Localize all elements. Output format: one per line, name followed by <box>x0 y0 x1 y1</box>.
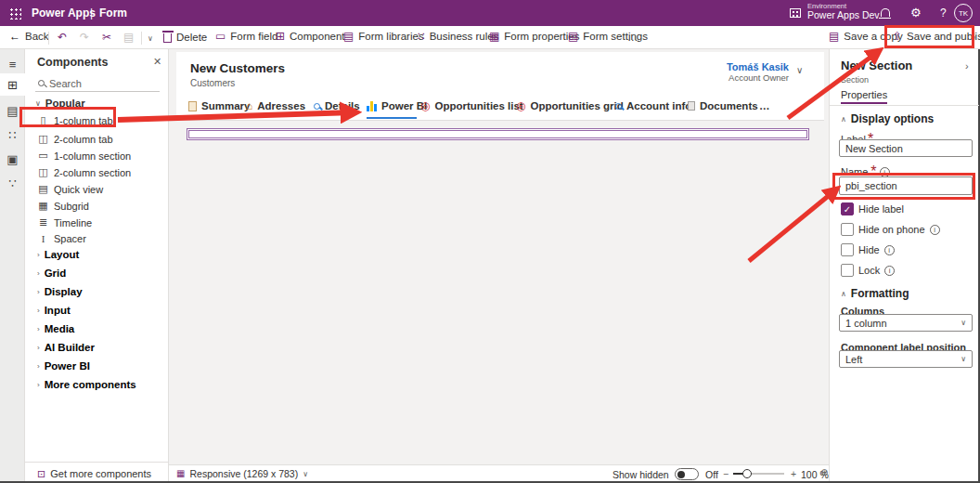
lock-checkbox[interactable]: Lock i <box>841 264 895 277</box>
app-title[interactable]: Power Apps <box>32 7 96 20</box>
zoom-in-button[interactable]: + <box>791 468 796 479</box>
tab-account-info[interactable]: Account info <box>615 100 691 111</box>
formatting-section-header[interactable]: ∧ Formatting <box>841 287 909 300</box>
rail-business-rules-icon[interactable]: ∵ <box>0 172 25 194</box>
tab-opportunities-list[interactable]: ◎ Opportunities list <box>420 100 523 111</box>
show-hidden-toggle[interactable] <box>675 468 699 480</box>
hamburger-menu-icon[interactable]: ≡ <box>0 53 25 75</box>
owner-chevron-down-icon[interactable]: ∨ <box>796 65 803 75</box>
group-more-components[interactable]: › More components <box>37 379 136 390</box>
notifications-bell-icon[interactable] <box>881 8 890 17</box>
rail-components-icon[interactable]: ⊞ <box>0 73 25 96</box>
form-title: New Customers <box>190 61 285 75</box>
tabs-overflow-button[interactable]: … <box>759 100 770 111</box>
tab-details[interactable]: Details <box>314 100 360 111</box>
label-input[interactable]: New Section <box>839 139 973 157</box>
summary-clipboard-icon <box>188 101 197 111</box>
component-item-timeline[interactable]: ≣ Timeline <box>37 216 92 228</box>
business-rules-button[interactable]: ∷ Business rules <box>418 31 498 42</box>
get-more-components-button[interactable]: ⊡ Get more components <box>37 468 151 479</box>
form-properties-button[interactable]: ▦ Form properties <box>489 31 580 42</box>
cut-icon[interactable]: ✂ <box>102 32 111 43</box>
tab-adresses[interactable]: ⌂ Adresses <box>246 100 305 111</box>
component-item-1-column-section[interactable]: ▭ 1-column section <box>37 150 131 162</box>
component-item-quick-view[interactable]: ▤ Quick view <box>37 183 103 195</box>
annotation-box-name-input <box>832 173 975 200</box>
checkbox-icon <box>841 243 854 256</box>
search-icon <box>38 80 45 86</box>
form-field-button[interactable]: ▭ Form field <box>215 31 277 42</box>
group-power-bi[interactable]: › Power BI <box>37 360 90 372</box>
canvas-status-bar: ▦ Responsive (1269 x 783) ∨ Show hidden … <box>169 464 829 481</box>
title-separator: | <box>90 7 93 20</box>
toolbar-overflow-button[interactable]: … <box>627 32 638 43</box>
selected-new-section[interactable] <box>187 128 809 140</box>
search-placeholder: Search <box>49 78 82 89</box>
form-settings-icon: ▤ <box>568 31 578 42</box>
component-item-2-column-tab[interactable]: ◫ 2-column tab <box>37 133 113 145</box>
group-ai-builder[interactable]: › AI Builder <box>37 342 95 353</box>
tab-power-bi[interactable]: Power BI <box>367 100 427 111</box>
avatar[interactable]: TK <box>954 4 973 22</box>
panel-collapse-chevron-icon[interactable]: › <box>965 60 969 72</box>
search-input[interactable]: Search <box>35 75 160 92</box>
annotation-box-save-and-publish <box>884 25 974 48</box>
settings-gear-icon[interactable]: ⚙ <box>910 7 922 19</box>
form-libraries-button[interactable]: ▤ Form libraries <box>343 31 424 42</box>
chevron-up-icon: ∧ <box>841 115 846 124</box>
display-options-section-header[interactable]: ∧ Display options <box>841 112 934 125</box>
component-item-spacer[interactable]: I Spacer <box>37 233 86 244</box>
close-icon[interactable]: ✕ <box>153 56 161 68</box>
tab-opportunities-grid[interactable]: ◎ Opportunities grid <box>516 100 624 111</box>
component-item-2-column-section[interactable]: ◫ 2-column section <box>37 166 131 178</box>
group-grid[interactable]: › Grid <box>37 268 66 279</box>
chevron-right-icon: › <box>37 269 40 278</box>
back-button[interactable]: ← Back <box>9 31 49 42</box>
responsive-preview-selector[interactable]: ▦ Responsive (1269 x 783) ∨ <box>176 468 308 479</box>
tab-properties[interactable]: Properties <box>841 89 887 100</box>
hide-checkbox[interactable]: Hide i <box>841 243 895 256</box>
group-media[interactable]: › Media <box>37 323 74 334</box>
redo-icon[interactable]: ↷ <box>80 32 89 43</box>
tab-documents[interactable]: Documents <box>688 100 758 111</box>
chevron-right-icon: › <box>37 251 40 259</box>
group-input[interactable]: › Input <box>37 305 71 316</box>
rail-form-designer-icon[interactable]: ▣ <box>0 148 25 170</box>
component-label-position-select[interactable]: Left ∨ <box>839 350 973 368</box>
hide-label-checkbox[interactable]: ✓ Hide label <box>841 202 904 215</box>
document-icon <box>688 101 695 111</box>
zoom-out-button[interactable]: − <box>723 468 729 479</box>
columns-select[interactable]: 1 column ∨ <box>839 314 973 332</box>
tab-summary[interactable]: Summary <box>188 100 250 111</box>
zoom-slider-knob[interactable] <box>742 469 752 478</box>
delete-button[interactable]: Delete <box>163 31 207 43</box>
hide-on-phone-checkbox[interactable]: Hide on phone i <box>841 223 940 236</box>
waffle-menu-icon[interactable] <box>9 7 21 20</box>
power-bi-chart-icon <box>367 101 377 111</box>
annotation-arrow-to-name-input <box>749 189 836 261</box>
avatar-initials: TK <box>954 4 973 22</box>
command-bar: ← Back ↶ ↷ ✂ ▤ ∨ Delete ▭ Form field ⊞ C… <box>0 26 980 49</box>
group-display[interactable]: › Display <box>37 286 83 297</box>
group-layout[interactable]: › Layout <box>37 249 79 260</box>
owner-name[interactable]: Tomáš Kasik <box>705 61 789 72</box>
component-button[interactable]: ⊞ Component <box>276 31 345 42</box>
spacer-icon: I <box>37 233 49 244</box>
owner-field[interactable]: Tomáš Kasik Account Owner <box>705 61 789 83</box>
environment-label: Environment <box>807 3 880 10</box>
fit-to-screen-icon[interactable]: ⊕ <box>820 468 828 477</box>
help-icon[interactable]: ? <box>940 7 947 20</box>
undo-icon[interactable]: ↶ <box>58 32 67 43</box>
chevron-down-icon[interactable]: ∨ <box>148 34 153 43</box>
component-item-subgrid[interactable]: ▦ Subgrid <box>37 200 89 212</box>
app-window: Power Apps | Form Environment Power Apps… <box>0 0 980 483</box>
zoom-slider[interactable] <box>733 473 784 475</box>
active-tab-underline <box>367 117 417 119</box>
environment-picker[interactable]: Environment Power Apps Dev <box>807 3 880 21</box>
timeline-icon: ≣ <box>37 216 49 228</box>
one-column-section-icon: ▭ <box>37 150 49 162</box>
form-subtitle: Customers <box>190 78 235 88</box>
info-icon: i <box>884 266 895 276</box>
info-icon: i <box>884 245 895 255</box>
paste-icon[interactable]: ▤ <box>123 32 134 43</box>
